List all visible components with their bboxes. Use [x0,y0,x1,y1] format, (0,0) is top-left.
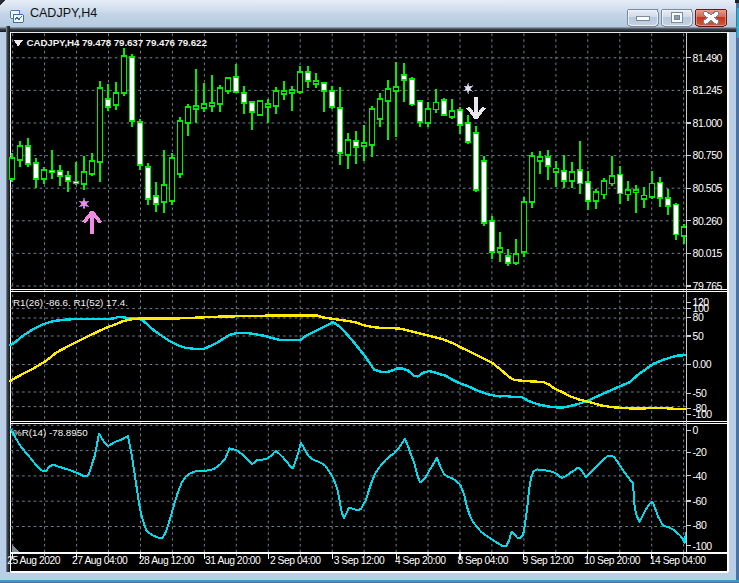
svg-text:4 Sep 20:00: 4 Sep 20:00 [395,555,446,566]
svg-text:28 Aug 12:00: 28 Aug 12:00 [139,555,195,566]
svg-text:-50: -50 [693,387,707,399]
svg-text:-100: -100 [693,408,713,420]
svg-text:50: 50 [693,330,704,342]
svg-text:-40: -40 [693,470,707,482]
svg-text:2 Sep 04:00: 2 Sep 04:00 [270,555,321,566]
svg-text:0.00: 0.00 [693,358,712,370]
svg-text:80.750: 80.750 [693,149,723,161]
svg-text:31 Aug 20:00: 31 Aug 20:00 [205,555,261,566]
svg-text:9 Sep 12:00: 9 Sep 12:00 [523,555,574,566]
svg-text:79.765: 79.765 [693,280,723,292]
svg-text:CADJPY,H4 79.478 79.637 79.47: CADJPY,H4 79.478 79.637 79.476 79.622 [27,37,208,48]
svg-text:-20: -20 [693,446,707,458]
svg-text:80: 80 [693,311,704,323]
svg-text:-80: -80 [693,519,707,531]
svg-text:8 Sep 04:00: 8 Sep 04:00 [457,555,508,566]
svg-text:81.245: 81.245 [693,84,723,96]
svg-text:80.505: 80.505 [693,182,723,194]
svg-text:%R(14) -78.8950: %R(14) -78.8950 [13,427,88,438]
svg-text:81.000: 81.000 [693,117,723,129]
svg-text:0: 0 [693,424,699,436]
svg-text:R1(26) -86.6. R1(52) 17.4.: R1(26) -86.6. R1(52) 17.4. [13,297,128,308]
svg-text:-100: -100 [693,540,713,552]
svg-text:25 Aug 2020: 25 Aug 2020 [7,555,61,566]
svg-text:27 Aug 04:00: 27 Aug 04:00 [72,555,128,566]
svg-text:-60: -60 [693,495,707,507]
svg-text:81.490: 81.490 [693,52,723,64]
svg-text:3 Sep 12:00: 3 Sep 12:00 [334,555,385,566]
svg-text:10 Sep 20:00: 10 Sep 20:00 [584,555,641,566]
svg-text:14 Sep 04:00: 14 Sep 04:00 [650,555,707,566]
svg-text:80.015: 80.015 [693,247,723,259]
svg-text:CADJPY,H4: CADJPY,H4 [30,6,97,20]
svg-text:80.260: 80.260 [693,215,723,227]
